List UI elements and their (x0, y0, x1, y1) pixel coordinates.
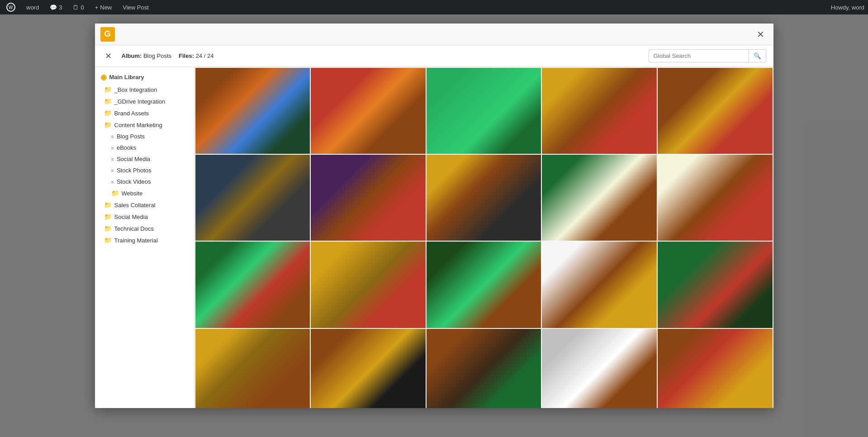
svg-text:W: W (9, 5, 13, 10)
comment-icon: 💬 (50, 4, 57, 11)
plus-icon: + (95, 4, 99, 11)
admin-bar: W word 💬 3 🗒 0 + New View Post Howdy, wo… (0, 0, 868, 14)
site-name: word (26, 4, 39, 11)
new-label: New (100, 4, 112, 11)
howdy-text: Howdy, word (831, 4, 864, 11)
view-post-label: View Post (123, 4, 149, 11)
note-count: 0 (81, 4, 84, 11)
note-icon: 🗒 (73, 4, 79, 11)
view-post-item[interactable]: View Post (120, 0, 152, 14)
new-item[interactable]: + New (92, 0, 115, 14)
site-name-item[interactable]: word (24, 0, 42, 14)
wp-logo-item[interactable]: W (4, 0, 18, 14)
notes-item[interactable]: 🗒 0 (70, 0, 86, 14)
comments-item[interactable]: 💬 3 (47, 0, 65, 14)
comment-count: 3 (59, 4, 62, 11)
